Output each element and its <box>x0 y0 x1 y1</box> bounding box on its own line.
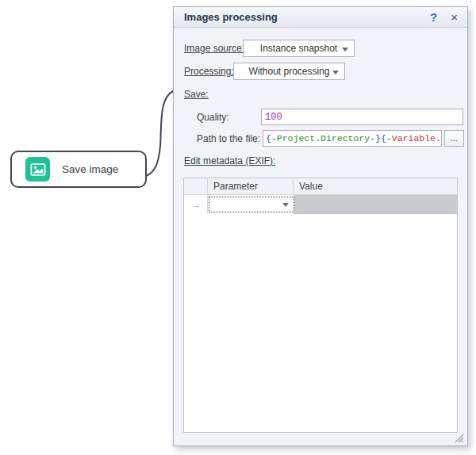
processing-label[interactable]: Processing: <box>184 66 234 77</box>
image-source-dropdown[interactable]: Instance snapshot <box>243 40 355 57</box>
dialog-title: Images processing <box>184 11 430 23</box>
chevron-down-icon <box>282 203 289 207</box>
images-processing-dialog: Images processing ? × Image source: Inst… <box>173 6 468 446</box>
row-indicator-column-header <box>184 178 208 194</box>
browse-button[interactable]: ... <box>444 130 464 147</box>
dialog-header: Images processing ? × <box>174 7 467 28</box>
image-source-label[interactable]: Image source: <box>184 43 244 54</box>
table-row: → <box>184 195 457 214</box>
column-header-value: Value <box>294 178 457 194</box>
path-label: Path to the file: <box>197 133 260 144</box>
parameter-combobox[interactable] <box>209 197 294 212</box>
close-icon[interactable]: × <box>451 10 458 24</box>
dialog-footer <box>174 432 467 445</box>
browse-button-label: ... <box>451 133 458 143</box>
save-image-node[interactable]: Save image <box>10 151 147 188</box>
image-source-value: Instance snapshot <box>260 43 337 54</box>
processing-value: Without processing <box>248 66 329 77</box>
value-cell[interactable] <box>294 195 457 214</box>
help-icon[interactable]: ? <box>430 10 437 24</box>
exif-table: Parameter Value → <box>183 178 458 433</box>
canvas: Save image Images processing ? × Image s… <box>0 0 476 455</box>
processing-dropdown[interactable]: Without processing <box>233 63 345 80</box>
image-icon <box>25 157 50 182</box>
chevron-down-icon <box>332 71 339 75</box>
path-input[interactable]: {-Project.Directory-}{-Variable. <box>263 130 442 147</box>
quality-input[interactable] <box>261 109 463 125</box>
chevron-down-icon <box>342 48 348 52</box>
save-section-label[interactable]: Save: <box>184 89 209 100</box>
column-header-parameter: Parameter <box>208 178 294 194</box>
current-row-arrow-icon: → <box>184 195 208 214</box>
node-label: Save image <box>62 163 118 175</box>
quality-label: Quality: <box>197 112 229 123</box>
exif-table-header: Parameter Value <box>184 178 457 195</box>
exif-section-label[interactable]: Edit metadata (EXIF): <box>184 155 275 166</box>
parameter-cell <box>208 195 294 214</box>
resize-grip[interactable] <box>453 432 464 443</box>
